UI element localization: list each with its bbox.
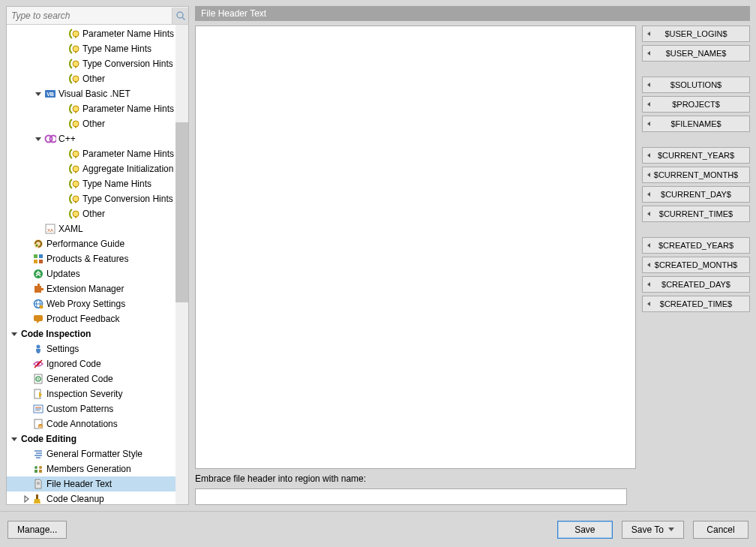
tree-item[interactable]: Extension Manager bbox=[7, 281, 176, 296]
header-text-editor[interactable] bbox=[195, 26, 636, 469]
expander-open-icon[interactable] bbox=[34, 134, 43, 143]
scrollbar-thumb[interactable] bbox=[176, 122, 188, 302]
tree-item-label: Products & Features bbox=[46, 254, 128, 264]
tree-item[interactable]: @Code Annotations bbox=[7, 416, 176, 431]
variable-insert-button[interactable]: $CURRENT_YEAR$ bbox=[642, 147, 750, 164]
tree-item[interactable]: Type Name Hints bbox=[7, 41, 176, 56]
insert-arrow-icon bbox=[647, 243, 650, 248]
tree-item[interactable]: Ignored Code bbox=[7, 356, 176, 371]
tree-item[interactable]: Generated Code bbox=[7, 371, 176, 386]
variable-insert-button[interactable]: $SOLUTION$ bbox=[642, 77, 750, 93]
vb-icon: VB bbox=[44, 88, 56, 100]
tree-item[interactable]: Inspection Severity bbox=[7, 386, 176, 401]
manage-button[interactable]: Manage... bbox=[8, 521, 67, 539]
tree-item-label: Updates bbox=[46, 269, 80, 279]
tree-item[interactable]: Other bbox=[7, 116, 176, 131]
ignored-icon bbox=[32, 358, 44, 370]
tree-item[interactable]: Aggregate Initialization bbox=[7, 161, 176, 176]
tree-item[interactable]: XAXAML bbox=[7, 221, 176, 236]
perf-icon bbox=[32, 238, 44, 250]
insert-arrow-icon bbox=[647, 102, 650, 107]
variable-insert-button[interactable]: $CURRENT_DAY$ bbox=[642, 186, 750, 203]
insert-arrow-icon bbox=[647, 153, 650, 158]
tree-item[interactable]: Type Name Hints bbox=[7, 176, 176, 191]
file-icon bbox=[32, 478, 44, 490]
search-icon[interactable] bbox=[172, 8, 188, 24]
tree-item-label: Type Conversion Hints bbox=[82, 194, 173, 204]
scrollbar-track[interactable] bbox=[176, 25, 188, 504]
tree-item[interactable]: Code Editing bbox=[7, 431, 176, 446]
tree-item[interactable]: Product Feedback bbox=[7, 311, 176, 326]
expander-closed-icon[interactable] bbox=[22, 494, 31, 503]
insert-arrow-icon bbox=[647, 122, 650, 126]
tree-item[interactable]: General Formatter Style bbox=[7, 446, 176, 461]
tree-item[interactable]: Other bbox=[7, 206, 176, 221]
expander-open-icon[interactable] bbox=[34, 89, 43, 98]
main-panel: File Header Text $USER_LOGIN$$USER_NAME$… bbox=[195, 6, 750, 505]
region-name-input[interactable] bbox=[195, 488, 627, 505]
tree-item[interactable]: Code Cleanup bbox=[7, 491, 176, 504]
variable-insert-button[interactable]: $CREATED_MONTH$ bbox=[642, 257, 750, 273]
tree-item[interactable]: Settings bbox=[7, 341, 176, 356]
svg-point-45 bbox=[37, 345, 40, 349]
options-tree[interactable]: Parameter Name HintsType Name HintsType … bbox=[7, 25, 176, 504]
hint-icon bbox=[68, 208, 80, 220]
variable-insert-button[interactable]: $PROJECT$ bbox=[642, 96, 750, 113]
svg-rect-15 bbox=[75, 127, 76, 128]
tree-item[interactable]: Code Inspection bbox=[7, 326, 176, 341]
cancel-button[interactable]: Cancel bbox=[693, 521, 748, 539]
tree-item[interactable]: Parameter Name Hints bbox=[7, 101, 176, 116]
hint-icon bbox=[68, 178, 80, 190]
svg-point-64 bbox=[39, 466, 42, 469]
save-to-button[interactable]: Save To bbox=[622, 521, 684, 539]
tree-item[interactable]: Type Conversion Hints bbox=[7, 191, 176, 206]
variable-label: $SOLUTION$ bbox=[670, 80, 722, 89]
tree-item[interactable]: Products & Features bbox=[7, 251, 176, 266]
variable-insert-button[interactable]: $CREATED_YEAR$ bbox=[642, 237, 750, 254]
tree-item-label: Type Name Hints bbox=[82, 179, 152, 189]
svg-point-8 bbox=[73, 76, 79, 82]
tree-item[interactable]: Type Conversion Hints bbox=[7, 56, 176, 71]
variable-label: $CURRENT_DAY$ bbox=[661, 190, 731, 199]
variable-insert-button[interactable]: $CURRENT_TIME$ bbox=[642, 206, 750, 222]
variable-insert-button[interactable]: $CREATED_TIME$ bbox=[642, 296, 750, 312]
svg-rect-66 bbox=[39, 470, 42, 473]
save-button[interactable]: Save bbox=[557, 521, 613, 539]
tree-item-label: Code Cleanup bbox=[46, 494, 104, 504]
tree-item-label: Product Feedback bbox=[46, 314, 119, 324]
tree-item-label: Custom Patterns bbox=[46, 404, 113, 414]
tree-item-label: Other bbox=[82, 74, 105, 84]
svg-point-22 bbox=[73, 181, 79, 187]
expander-open-icon[interactable] bbox=[10, 434, 19, 443]
tree-item[interactable]: Parameter Name Hints bbox=[7, 26, 176, 41]
variable-insert-button[interactable]: $CURRENT_MONTH$ bbox=[642, 167, 750, 183]
tree-item[interactable]: VBVisual Basic .NET bbox=[7, 86, 176, 101]
tree-item[interactable]: Web Proxy Settings bbox=[7, 296, 176, 311]
tree-item-label: Parameter Name Hints bbox=[82, 29, 174, 39]
tree-item[interactable]: Updates bbox=[7, 266, 176, 281]
tree-item-label: Aggregate Initialization bbox=[82, 164, 173, 174]
tree-item[interactable]: Other bbox=[7, 71, 176, 86]
tree-item-label: Type Name Hints bbox=[82, 44, 152, 54]
variable-insert-button[interactable]: $CREATED_DAY$ bbox=[642, 276, 750, 293]
search-input[interactable] bbox=[7, 8, 172, 23]
tree-item[interactable]: Members Generation bbox=[7, 461, 176, 476]
svg-rect-44 bbox=[34, 315, 43, 321]
svg-point-6 bbox=[73, 61, 79, 67]
variable-insert-button[interactable]: $USER_LOGIN$ bbox=[642, 26, 750, 42]
expander-open-icon[interactable] bbox=[10, 329, 19, 338]
hint-icon bbox=[68, 118, 80, 130]
variable-label: $USER_LOGIN$ bbox=[664, 29, 727, 38]
variable-insert-button[interactable]: $FILENAME$ bbox=[642, 116, 750, 132]
tree-item[interactable]: Parameter Name Hints bbox=[7, 146, 176, 161]
tree-item[interactable]: C++ bbox=[7, 131, 176, 146]
svg-point-17 bbox=[50, 136, 57, 143]
tree-item[interactable]: Custom Patterns bbox=[7, 401, 176, 416]
tree-item[interactable]: Performance Guide bbox=[7, 236, 176, 251]
hint-icon bbox=[68, 193, 80, 205]
svg-point-63 bbox=[34, 466, 38, 469]
variable-insert-button[interactable]: $USER_NAME$ bbox=[642, 45, 750, 62]
tree-item-label: Web Proxy Settings bbox=[46, 299, 125, 309]
tree-item[interactable]: File Header Text bbox=[7, 476, 176, 491]
members-icon bbox=[32, 463, 44, 475]
